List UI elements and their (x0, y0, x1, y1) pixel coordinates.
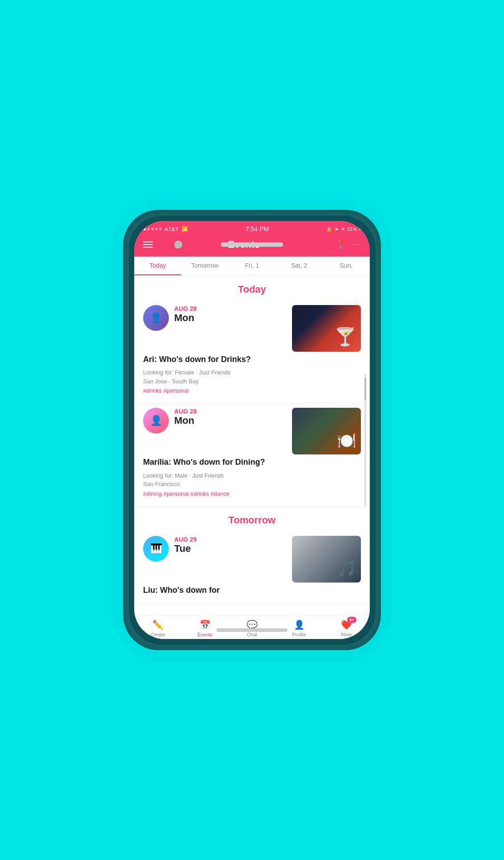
nav-profile-label: Profile (292, 632, 306, 637)
event-meta-line1: Looking for: Female · Just Friends (143, 369, 231, 376)
battery-icon: ▪ (359, 226, 361, 232)
hamburger-line (143, 244, 153, 245)
events-icon: 📅 (200, 619, 211, 630)
avatar-initial: 🎹 (150, 543, 162, 555)
phone-middle: AT&T 📶 7:54 PM 🔒 ➤ ✳ 31% ▪ (129, 216, 376, 645)
phone-inner: AT&T 📶 7:54 PM 🔒 ➤ ✳ 31% ▪ (134, 221, 370, 639)
location-status-icon: ➤ (335, 226, 339, 232)
event-tags: #dining #personal #drinks #dance (143, 490, 361, 497)
nav-meet[interactable]: ❤️ 9+ Meet (323, 619, 370, 637)
signal-dot (143, 228, 146, 230)
hamburger-button[interactable] (143, 241, 153, 248)
event-image (292, 305, 361, 352)
event-title: Ari: Who's down for Drinks? (143, 354, 361, 365)
event-day: Mon (174, 312, 197, 324)
event-meta: Looking for: Female · Just Friends San J… (143, 368, 361, 386)
nav-chat-label: Chat (247, 632, 257, 637)
meet-badge: 9+ (347, 617, 356, 623)
status-bar: AT&T 📶 7:54 PM 🔒 ➤ ✳ 31% ▪ (134, 221, 370, 235)
tab-today[interactable]: Today (134, 257, 181, 275)
status-right: 🔒 ➤ ✳ 31% ▪ (326, 226, 361, 232)
event-day: Tue (174, 543, 197, 555)
tab-fri[interactable]: Fri, 1 (228, 257, 276, 275)
more-options-icon[interactable]: ··· (352, 241, 361, 249)
section-tomorrow: Tomorrow (134, 506, 370, 531)
event-date: AUG 28 (174, 305, 197, 312)
event-card[interactable]: 👤 AUG 28 Mon Ari: Who's down for Drinks?… (134, 301, 370, 403)
speaker (221, 242, 283, 247)
event-image (292, 536, 361, 583)
tab-tomorrow[interactable]: Tomorrow (181, 257, 228, 275)
event-info: AUG 29 Tue (174, 536, 197, 555)
avatar: 👤 (143, 305, 169, 331)
event-header-row: 👤 AUG 28 Mon (143, 305, 361, 352)
create-icon: ✏️ (152, 619, 164, 630)
event-meta: Looking for: Male · Just Friends San Fra… (143, 471, 361, 489)
avatar: 🎹 (143, 536, 169, 562)
location-icon[interactable]: 📍 (335, 239, 346, 250)
event-meta-line2: San Francisco (143, 481, 180, 487)
battery-label: 31% (347, 226, 357, 232)
event-meta-line2: San Jose · South Bay (143, 378, 199, 385)
signal-dot (159, 228, 162, 230)
nav-create[interactable]: ✏️ Create (134, 619, 181, 637)
scrollbar-thumb (364, 378, 366, 400)
event-header-row: 🎹 AUG 29 Tue (143, 536, 361, 583)
event-title: Marília: Who's down for Dining? (143, 457, 361, 467)
bluetooth-icon: ✳ (341, 226, 345, 232)
bottom-nav: ✏️ Create 📅 Events 💬 Chat 👤 Profile (134, 615, 370, 639)
avatar: 👤 (143, 408, 169, 434)
event-top: 👤 AUG 28 Mon (143, 305, 197, 331)
event-title: Liu: Who's down for (143, 585, 361, 595)
header-right: 📍 ··· (335, 239, 361, 250)
clock: 7:54 PM (246, 225, 269, 233)
signal-dot (147, 228, 150, 230)
nav-events-label: Events (197, 632, 212, 637)
avatar-initial: 👤 (150, 312, 162, 324)
event-meta-line1: Looking for: Male · Just Friends (143, 472, 224, 479)
wifi-icon: 📶 (181, 226, 188, 232)
event-card[interactable]: 👤 AUG 28 Mon Marília: Who's down for Din… (134, 403, 370, 506)
tab-sat[interactable]: Sat, 2 (276, 257, 323, 275)
date-tabs: Today Tomorrow Fri, 1 Sat, 2 Sun, (134, 257, 370, 276)
nav-create-label: Create (150, 632, 165, 637)
signal-dots (143, 228, 162, 230)
home-indicator (216, 628, 288, 632)
event-info: AUG 28 Mon (174, 305, 197, 324)
event-date: AUG 29 (174, 536, 197, 543)
profile-icon: 👤 (294, 619, 305, 630)
front-camera (174, 241, 182, 249)
carrier-label: AT&T (164, 226, 179, 233)
hamburger-line (143, 247, 153, 248)
event-image (292, 408, 361, 454)
nav-meet-label: Meet (341, 632, 352, 637)
event-card[interactable]: 🎹 AUG 29 Tue Liu: Who's down for (134, 531, 370, 605)
phone-outer: AT&T 📶 7:54 PM 🔒 ➤ ✳ 31% ▪ (123, 210, 381, 650)
scrollbar-track (364, 374, 366, 507)
section-today: Today (134, 276, 370, 301)
signal-dot (155, 228, 158, 230)
event-tags: #drinks #personal (143, 387, 361, 394)
hamburger-line (143, 241, 153, 242)
signal-dot (151, 228, 154, 230)
avatar-initial: 👤 (150, 415, 162, 426)
event-top: 🎹 AUG 29 Tue (143, 536, 197, 562)
event-day: Mon (174, 415, 197, 426)
meet-icon: ❤️ 9+ (341, 619, 352, 630)
event-info: AUG 28 Mon (174, 408, 197, 426)
event-header-row: 👤 AUG 28 Mon (143, 408, 361, 454)
lock-icon: 🔒 (326, 226, 332, 232)
tab-sun[interactable]: Sun, (323, 257, 370, 275)
content-scroll[interactable]: Today 👤 AUG 28 Mon (134, 276, 370, 615)
event-date: AUG 28 (174, 408, 197, 415)
status-left: AT&T 📶 (143, 226, 188, 233)
event-top: 👤 AUG 28 Mon (143, 408, 197, 434)
